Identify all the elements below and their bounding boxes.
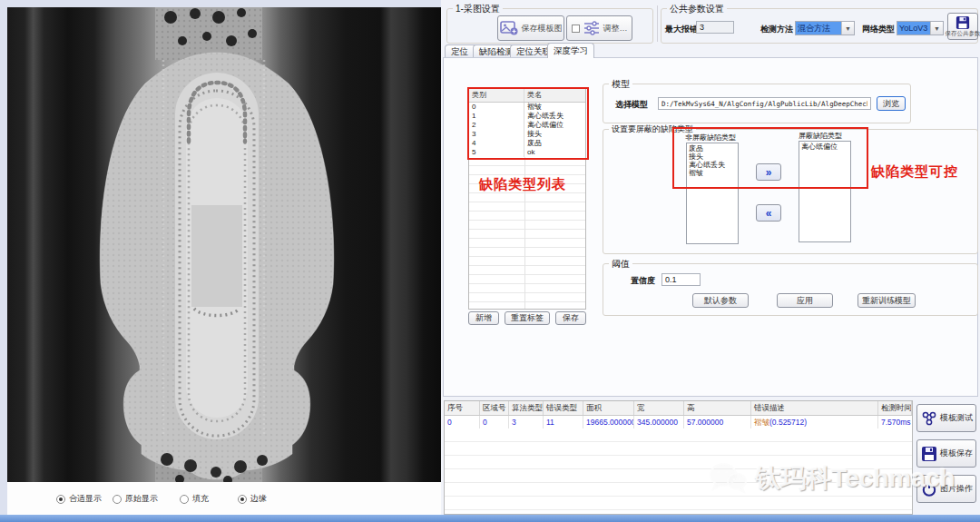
image-operations-button[interactable]: 图片操作	[916, 475, 976, 503]
apply-button[interactable]: 应用	[777, 293, 833, 308]
button-label: 默认参数	[704, 295, 737, 307]
confidence-input[interactable]	[662, 273, 701, 286]
radio-label: 原始显示	[125, 493, 158, 505]
column-header: 宽	[634, 401, 684, 415]
reset-labels-button[interactable]: 重置标签	[505, 311, 550, 325]
window-bottom-edge	[0, 515, 980, 522]
max-error-input[interactable]	[696, 21, 734, 34]
button-label: 浏览	[883, 98, 899, 110]
defect-class-table[interactable]: 类别 类名 0褶皱1离心纸丢失2离心纸偏位3接头4废品5ok	[468, 88, 586, 310]
group-title: 模型	[609, 78, 632, 91]
radio-icon[interactable]	[56, 495, 65, 504]
save-template-image-button[interactable]: 保存模板图	[497, 15, 564, 41]
masked-list-title: 屏蔽缺陷类型	[799, 131, 842, 141]
button-label: 保存	[563, 312, 579, 324]
template-save-button[interactable]: 模板保存	[916, 439, 976, 468]
radio-original-display[interactable]: 原始显示	[113, 493, 158, 505]
power-icon	[921, 481, 937, 497]
table-row[interactable]: 5ok	[469, 148, 585, 157]
save-button[interactable]: 保存	[555, 311, 586, 325]
unmasked-list-title: 非屏蔽缺陷类型	[685, 133, 736, 143]
double-chevron-left-icon: «	[766, 208, 772, 219]
dropdown-value: YoLoV3	[897, 22, 930, 34]
floppy-icon	[921, 446, 937, 462]
button-label: 重新训练模型	[862, 295, 911, 307]
table-row[interactable]: 2离心纸偏位	[469, 121, 585, 130]
adjust-button[interactable]: 调整…	[566, 15, 632, 41]
detect-method-label: 检测方法	[760, 24, 793, 35]
tab-label: 定位	[451, 46, 468, 58]
move-right-button[interactable]: »	[756, 163, 781, 181]
list-item[interactable]: 废品	[687, 144, 738, 153]
detection-result-table[interactable]: 序号区域号算法类型错误类型面积宽高错误描述检测时间 0031119665.000…	[444, 400, 913, 515]
group-title: 设置要屏蔽的缺陷类型	[609, 123, 696, 135]
double-chevron-right-icon: »	[766, 167, 772, 178]
list-item[interactable]: 离心纸偏位	[799, 143, 850, 151]
empty-rows	[445, 428, 912, 514]
column-header: 类别	[469, 89, 524, 102]
mask-right-list[interactable]: 离心纸偏位	[799, 141, 851, 242]
template-test-button[interactable]: 模板测试	[916, 404, 976, 432]
select-model-label: 选择模型	[615, 99, 648, 111]
annotation-defect-type-controllable: 缺陷类型可控	[871, 163, 958, 181]
model-path-input[interactable]	[658, 97, 871, 110]
xray-pad-image	[7, 7, 441, 482]
threshold-group: 阈值	[603, 263, 978, 316]
tab-deep-learning[interactable]: 深度学习	[547, 43, 594, 58]
divider	[657, 5, 658, 42]
group-title: 1-采图设置	[453, 3, 503, 15]
add-button[interactable]: 新增	[468, 311, 499, 325]
column-header: 错误类型	[544, 401, 583, 415]
group-title: 公共参数设置	[667, 3, 727, 15]
tab-label: 深度学习	[554, 45, 588, 57]
button-label: 重置标签	[511, 312, 544, 324]
dropdown-value: 混合方法	[796, 22, 841, 34]
mask-settings-group: 设置要屏蔽的缺陷类型	[603, 129, 978, 254]
column-header: 错误描述	[751, 401, 878, 415]
move-left-button[interactable]: «	[756, 204, 781, 222]
chevron-down-icon[interactable]: ▼	[841, 22, 854, 34]
detect-method-dropdown[interactable]: 混合方法 ▼	[795, 21, 855, 35]
default-params-button[interactable]: 默认参数	[692, 293, 749, 308]
save-public-params-button[interactable]: 保存公共参数	[947, 13, 978, 40]
button-label: 模板保存	[940, 448, 973, 459]
table-row[interactable]: 3接头	[469, 130, 585, 139]
browse-button[interactable]: 浏览	[877, 96, 906, 111]
radio-edge[interactable]: 边缘	[238, 493, 267, 505]
button-label: 模板测试	[940, 412, 973, 424]
column-header: 高	[684, 401, 751, 415]
column-header: 检测时间	[878, 401, 912, 415]
button-label: 调整…	[603, 23, 628, 34]
column-header: 算法类型	[509, 401, 544, 415]
tab-label: 缺陷检测	[479, 46, 514, 58]
camera-image-panel[interactable]	[7, 7, 441, 482]
mask-left-list[interactable]: 废品接头离心纸丢失褶皱	[686, 143, 739, 244]
table-row[interactable]: 0褶皱	[469, 103, 585, 112]
column-header: 面积	[583, 401, 634, 415]
network-type-label: 网络类型	[862, 24, 895, 35]
app-window: 合适显示 原始显示 填充 边缘 1-采图设置 保存模板图	[0, 0, 980, 522]
list-item[interactable]: 接头	[687, 153, 738, 161]
retrain-model-button[interactable]: 重新训练模型	[858, 293, 916, 308]
table-row[interactable]: 4废品	[469, 139, 585, 148]
table-row[interactable]: 1离心纸丢失	[469, 112, 585, 121]
tab-label: 定位关联	[516, 46, 551, 58]
radio-fill[interactable]: 填充	[180, 493, 209, 505]
radio-label: 填充	[192, 493, 209, 505]
radio-icon[interactable]	[238, 495, 247, 504]
button-label: 保存公共参数	[946, 30, 980, 38]
chevron-down-icon[interactable]: ▼	[930, 22, 943, 34]
radio-fit-display[interactable]: 合适显示	[56, 493, 102, 505]
radio-icon[interactable]	[180, 495, 189, 504]
network-type-dropdown[interactable]: YoLoV3 ▼	[897, 21, 944, 35]
group-title: 阈值	[609, 258, 632, 271]
radio-icon[interactable]	[113, 495, 122, 504]
list-item[interactable]: 离心纸丢失	[687, 161, 738, 169]
adjust-checkbox[interactable]	[572, 25, 580, 33]
button-label: 图片操作	[940, 483, 973, 495]
list-item[interactable]: 褶皱	[687, 169, 738, 177]
column-header: 序号	[445, 401, 480, 415]
annotation-defect-type-list: 缺陷类型列表	[479, 176, 566, 193]
class-table-rows: 0褶皱1离心纸丢失2离心纸偏位3接头4废品5ok	[469, 103, 585, 157]
radio-label: 边缘	[250, 493, 267, 505]
